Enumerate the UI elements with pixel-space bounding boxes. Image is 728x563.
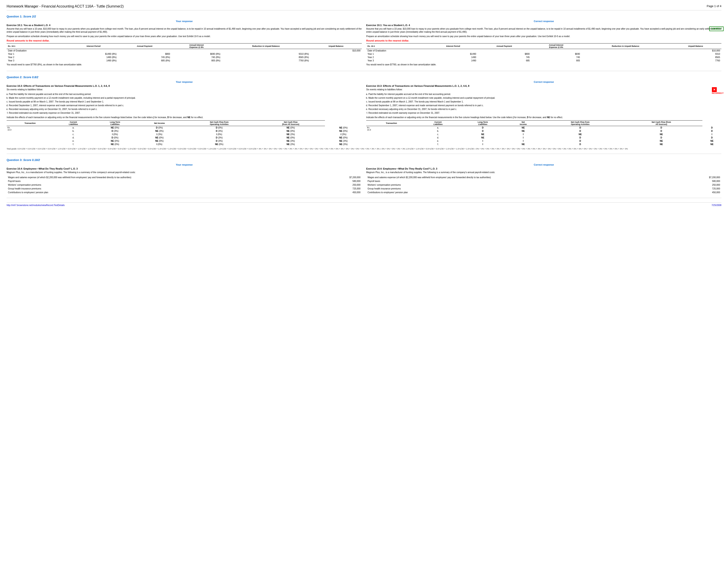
list-item: Issued bonds payable at 98 on March 1, 2… xyxy=(9,100,362,103)
page-title: Homework Manager - Financial Accounting … xyxy=(7,4,124,8)
table-row: Year 1$1490 (8%)$800$690 (8%)9310 (8%) xyxy=(7,52,362,56)
table-row: Group health insurance premiums725,000 xyxy=(7,187,361,190)
q1-your-amort-table: Ex. 10.1 Interest Period Annual Payment … xyxy=(7,43,362,62)
table-row: e.IIDNENE xyxy=(366,139,721,143)
list-item: Paid the liability for interest payable … xyxy=(368,92,721,96)
q2-correct-effects-table: Transaction CurrentLiabilities Long-Term… xyxy=(366,120,721,146)
q3-correct-payroll-table: Wages and salaries expense (of which $2,… xyxy=(366,175,721,194)
table-row: Group health insurance premiums725,000 xyxy=(367,187,721,190)
table-row: d.NEIDDD xyxy=(366,136,721,139)
list-item: Recorded necessary adjusting entry on De… xyxy=(368,107,721,111)
list-item: Made the current monthly payment on a 12… xyxy=(9,96,362,100)
table-row: Date of Graduation$10,000 xyxy=(366,49,721,53)
table-row: e.NE (0%)NE (0%)D (3%)NE (3%)NE (3%) xyxy=(7,139,362,143)
page-number: Page 1 of 4 xyxy=(707,4,722,8)
table-row: Wages and salaries expense (of which $2,… xyxy=(367,176,721,179)
q2-correct-events-list: Paid the liability for interest payable … xyxy=(368,92,721,115)
list-item: Recorded September 1, 2007, interest exp… xyxy=(9,104,362,107)
table-row: f.INEDNENE xyxy=(366,143,721,146)
footer-date: 7/25/2008 xyxy=(712,204,722,206)
q3-your-response: Your response Exercise 10.4: Employees—W… xyxy=(7,163,362,194)
list-item: Issued bonds payable at 98 on March 1, 2… xyxy=(368,100,721,103)
table-row: b.D (3%)NE (3%)D (3%)NE (0%)NE (0%) xyxy=(7,129,362,133)
table-row: Contributions to employees' pension plan… xyxy=(7,191,361,194)
table-row: Year 214907457458565 xyxy=(366,56,721,59)
table-row: Ex.10.3 a.NE (0%)D (0%)D (0%)NE (0%)NE (… xyxy=(7,126,362,130)
table-row: d.D (0%)NE (0%)D (3%)NE (0%)NE (0%) xyxy=(7,136,362,139)
page-header: Homework Manager - Financial Accounting … xyxy=(7,4,721,10)
list-item: Made the current monthly payment on a 12… xyxy=(368,96,721,100)
q2-grade-text: Total grade: 0.0×1/30 + 0.0×1/30 + 0.0×1… xyxy=(7,148,721,150)
table-row: Year 1$1490$800$6909310 xyxy=(366,52,721,56)
q3-your-payroll-table: Wages and salaries expense (of which $2,… xyxy=(7,175,362,194)
q2-your-response: Your response Exercise 10.3: Effects of … xyxy=(7,81,362,146)
table-row: Year 21490 (8%)745 (8%)745 (8%)8565 (8%) xyxy=(7,56,362,59)
list-item: Recorded necessary adjusting entry on De… xyxy=(9,107,362,111)
table-row: Year 31490 (8%)685 (8%)805 (8%)7760 (8%) xyxy=(7,59,362,62)
list-item: Recorded September 1, 2007, interest exp… xyxy=(368,104,721,107)
table-row: Year 314906858057760 xyxy=(366,59,721,62)
question-2-block: Question 2: Score 0.8/2 Your response Ex… xyxy=(7,75,721,154)
question-1-block: Question 1: Score 2/2 Your response Exer… xyxy=(7,15,721,71)
table-row: c.I (0%)I (3%)I (0%)NE (3%)I (3%) xyxy=(7,133,362,136)
table-row: Payroll taxes580,000 xyxy=(367,179,721,183)
q3-correct-response: Correct response Exercise 10.4: Employee… xyxy=(366,163,721,194)
table-row: Payroll taxes580,000 xyxy=(7,179,361,183)
question-3-title: Question 3: Score 0.18/2 xyxy=(7,158,721,162)
table-row: c.NEINENEI xyxy=(366,133,721,136)
table-row: Contributions to employees' pension plan… xyxy=(367,191,721,194)
list-item: Recorded estimated six-month warranty ex… xyxy=(368,111,721,115)
q2-incorrect-badge: ✕ INCORRECT xyxy=(712,87,724,94)
page-footer: http://mh7.brownstone.net/modules/viewRe… xyxy=(7,202,721,206)
q1-your-response: Your response Exercise 10.1: You as a St… xyxy=(7,20,362,68)
table-row: Date of Graduation$10,000 xyxy=(7,49,362,53)
table-row: f.NE (0%)I (0%)NE (0%)NE (3%)NE (3%) xyxy=(7,143,362,146)
q1-correct-amort-table: Ex. 10.1 Interest Period Annual Payment … xyxy=(366,43,721,62)
table-row: Wages and salaries expense (of which $2,… xyxy=(7,176,361,179)
q2-events-list: Paid the liability for interest payable … xyxy=(9,92,362,115)
list-item: Recorded estimated six-month warranty ex… xyxy=(9,111,362,115)
question-3-block: Question 3: Score 0.18/2 Your response E… xyxy=(7,158,721,198)
table-row: Ex.10.3 a.DNEDDD xyxy=(366,126,721,130)
table-row: Workers' compensation premiums250,000 xyxy=(7,183,361,186)
question-2-title: Question 2: Score 0.8/2 xyxy=(7,75,721,79)
question-1-title: Question 1: Score 2/2 xyxy=(7,15,721,18)
q2-your-effects-table: Transaction CurrentLiabilities Long-Term… xyxy=(7,120,362,146)
table-row: b.DNEDDD xyxy=(366,129,721,133)
list-item: Paid the liability for interest payable … xyxy=(9,92,362,96)
table-row: Workers' compensation premiums250,000 xyxy=(367,183,721,186)
q2-correct-response: Correct response Exercise 10.3: Effects … xyxy=(366,81,721,146)
footer-url: http://mh7.brownstone.net/modules/viewRe… xyxy=(7,204,65,206)
q1-correct-badge: CORRECT xyxy=(707,26,724,31)
q1-correct-response: Correct response Exercise 10.1: You as a… xyxy=(366,20,721,68)
